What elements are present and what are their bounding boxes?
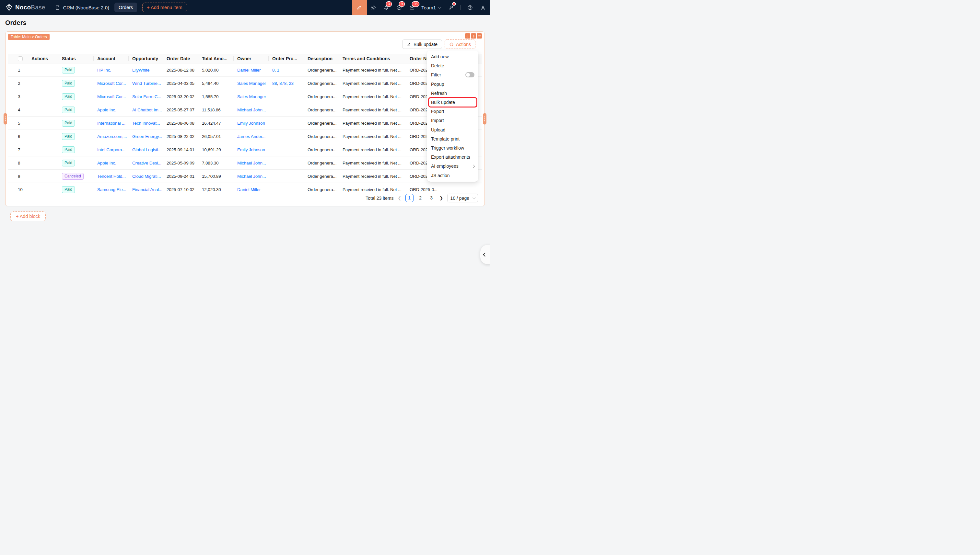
opportunity-link[interactable]: LilyWhite	[132, 68, 150, 72]
account-link[interactable]: Apple Inc.	[97, 160, 116, 165]
pagination-next-button[interactable]: ❯	[438, 196, 444, 201]
opportunity-link[interactable]: Creative Desi...	[132, 160, 161, 165]
account-link[interactable]: HP Inc.	[97, 68, 111, 72]
tasks-button[interactable]: 9	[393, 0, 406, 15]
user-button[interactable]	[476, 0, 489, 15]
owner-link[interactable]: Emily Johnson	[237, 121, 265, 126]
account-link[interactable]: Intel Corpora...	[97, 148, 126, 152]
opportunity-link[interactable]: AI Chatbot Im...	[132, 107, 162, 112]
bulk-update-button[interactable]: Bulk update	[402, 40, 442, 49]
account-link[interactable]: Microsoft Cor...	[97, 81, 126, 86]
actions-button[interactable]: Actions	[445, 40, 475, 49]
opportunity-link[interactable]: Solar Farm C...	[132, 94, 161, 99]
bulk-update-label: Bulk update	[414, 42, 438, 47]
document-icon	[55, 5, 60, 10]
account-link[interactable]: Microsoft Cor...	[97, 94, 126, 99]
menu-item-trigger-workflow[interactable]: Trigger workflow	[427, 143, 478, 152]
owner-link[interactable]: Sales Manager	[237, 81, 266, 86]
opportunity-link[interactable]: Wind Turbine...	[132, 81, 161, 86]
add-block-button[interactable]: + Add block	[10, 212, 46, 221]
account-link[interactable]: Tencent Hold...	[97, 174, 126, 179]
owner-link[interactable]: James Ander...	[237, 134, 266, 139]
inbox-button[interactable]: 98	[406, 0, 419, 15]
menu-item-label: Export attachments	[431, 154, 470, 160]
opportunity-cell: Global Logisti...	[128, 143, 163, 156]
account-link[interactable]: International ...	[97, 121, 126, 126]
owner-link[interactable]: Michael John...	[237, 160, 266, 165]
menu-item-template-print[interactable]: Template print	[427, 135, 478, 143]
pagination-prev-button[interactable]: ❮	[397, 196, 402, 201]
menu-item-upload[interactable]: Upload	[427, 125, 478, 135]
lightning-icon[interactable]	[471, 33, 476, 38]
menu-item-js-action[interactable]: JS action	[427, 171, 478, 180]
page-size-value: 10 / page	[451, 196, 469, 201]
drag-move-icon[interactable]	[465, 33, 470, 38]
description-cell: Order genera...	[304, 77, 339, 90]
order-date-cell: 2025-03-20 02	[163, 90, 198, 103]
page-number-3[interactable]: 3	[428, 194, 436, 202]
page-size-select[interactable]: 10 / page	[447, 194, 478, 202]
order-product-link[interactable]: 88	[272, 81, 277, 86]
menu-item-label: Add new	[431, 54, 449, 59]
order-products-cell	[268, 170, 304, 183]
order-date-cell: 2025-04-03 05	[163, 77, 198, 90]
app-switcher[interactable]: CRM (NocoBase 2.0)	[55, 5, 109, 10]
menu-icon[interactable]	[477, 33, 482, 38]
order-date-cell: 2025-09-24 01	[163, 170, 198, 183]
owner-cell: Michael John...	[233, 156, 268, 170]
account-link[interactable]: Amazon.com,...	[97, 134, 127, 139]
ui-editor-button[interactable]	[352, 0, 367, 15]
page-number-2[interactable]: 2	[417, 194, 425, 202]
team-selector[interactable]: Team1	[421, 5, 441, 10]
help-button[interactable]	[463, 0, 476, 15]
order-product-link[interactable]: 23	[289, 81, 294, 86]
menu-item-bulk-update[interactable]: Bulk update	[427, 98, 478, 107]
order-product-link[interactable]: 1	[277, 68, 279, 72]
table-row: 4PaidApple Inc.AI Chatbot Im...2025-05-2…	[8, 103, 482, 117]
column-header: Terms and Conditions	[339, 54, 406, 63]
status-tag: Paid	[62, 80, 75, 87]
menu-item-delete[interactable]: Delete	[427, 61, 478, 70]
owner-link[interactable]: Sales Manager	[237, 94, 266, 99]
opportunity-link[interactable]: Financial Anal...	[132, 187, 163, 192]
menu-item-refresh[interactable]: Refresh	[427, 89, 478, 98]
description-cell: Order genera...	[304, 183, 339, 196]
opportunity-link[interactable]: Tech Innovat...	[132, 121, 160, 126]
owner-link[interactable]: Michael John...	[237, 174, 266, 179]
menu-item-popup[interactable]: Popup	[427, 80, 478, 89]
add-menu-item-button[interactable]: + Add menu item	[142, 3, 187, 12]
account-link[interactable]: Apple Inc.	[97, 107, 116, 112]
menu-item-import[interactable]: Import	[427, 116, 478, 125]
owner-link[interactable]: Daniel Miller	[237, 68, 261, 72]
notifications-button[interactable]: 3	[380, 0, 393, 15]
block-resize-handle-right[interactable]	[483, 113, 486, 125]
opportunity-link[interactable]: Cloud Migrati...	[132, 174, 161, 179]
sidebar-collapse-button[interactable]	[480, 245, 490, 264]
menu-item-filter[interactable]: Filter	[427, 70, 478, 79]
block-resize-handle-left[interactable]	[3, 113, 7, 125]
filter-toggle[interactable]	[465, 72, 475, 77]
select-all-checkbox[interactable]	[18, 56, 23, 61]
order-product-link[interactable]: 8	[272, 68, 275, 72]
nocobase-logo[interactable]: NocoBase	[5, 3, 45, 11]
owner-link[interactable]: Daniel Miller	[237, 187, 261, 192]
menu-item-add-new[interactable]: Add new	[427, 52, 478, 61]
settings-button[interactable]	[367, 0, 380, 15]
status-cell: Paid	[58, 90, 93, 103]
page-number-1[interactable]: 1	[406, 194, 414, 202]
owner-link[interactable]: Emily Johnson	[237, 148, 265, 152]
order-product-link[interactable]: 878	[279, 81, 286, 86]
nav-tab-orders[interactable]: Orders	[114, 3, 137, 12]
description-cell: Order genera...	[304, 63, 339, 77]
menu-item-export[interactable]: Export	[427, 107, 478, 116]
api-keys-button[interactable]	[444, 0, 457, 15]
menu-item-ai-employees[interactable]: AI employees	[427, 162, 478, 171]
order-products-cell	[268, 90, 304, 103]
menu-item-export-attachments[interactable]: Export attachments	[427, 152, 478, 162]
account-cell: Tencent Hold...	[93, 170, 128, 183]
description-cell: Order genera...	[304, 117, 339, 130]
owner-link[interactable]: Michael John...	[237, 107, 266, 112]
account-link[interactable]: Samsung Ele...	[97, 187, 126, 192]
opportunity-link[interactable]: Global Logisti...	[132, 148, 162, 152]
opportunity-link[interactable]: Green Energy...	[132, 134, 162, 139]
